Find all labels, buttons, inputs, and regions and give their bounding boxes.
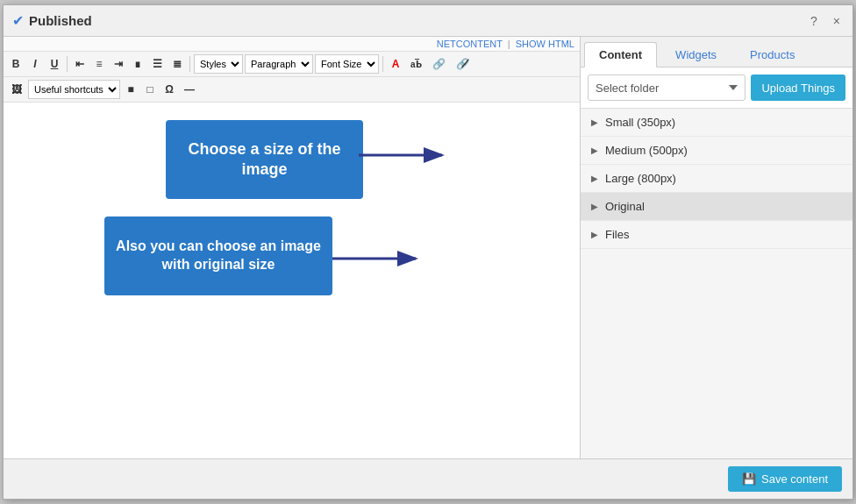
- right-panel: Content Widgets Products Select folder U…: [581, 37, 852, 458]
- list-item[interactable]: ▶ Medium (500px): [581, 137, 852, 165]
- align-left-button[interactable]: ⇤: [71, 55, 89, 73]
- save-icon: 💾: [742, 472, 756, 486]
- modal-title-area: ✔ Published: [12, 12, 92, 29]
- align-center-button[interactable]: ≡: [90, 55, 108, 73]
- item-arrow-icon: ▶: [591, 174, 598, 183]
- link-button[interactable]: 🔗: [428, 55, 450, 73]
- item-label: Small (350px): [605, 116, 675, 129]
- save-content-button[interactable]: 💾 Save content: [728, 466, 842, 492]
- folder-select[interactable]: Select folder: [588, 75, 745, 101]
- item-arrow-icon: ▶: [591, 202, 598, 211]
- list-item[interactable]: ▶ Files: [581, 221, 852, 249]
- arrow-1-svg: [359, 138, 455, 173]
- annotation-box-2: Also you can choose an image with origin…: [104, 217, 332, 295]
- list-item[interactable]: ▶ Large (800px): [581, 165, 852, 193]
- toolbar-row1: B I U ⇤ ≡ ⇥ ∎ ☰ ≣ Styles Paragraph: [4, 52, 580, 77]
- save-label: Save content: [761, 472, 828, 486]
- editor-area: NETCONTENT | SHOW HTML B I U ⇤ ≡ ⇥ ∎ ☰ ≣…: [4, 37, 581, 458]
- file-list: ▶ Small (350px) ▶ Medium (500px) ▶ Large…: [581, 109, 852, 458]
- item-arrow-icon: ▶: [591, 117, 598, 127]
- paragraph-select[interactable]: Paragraph: [245, 54, 313, 74]
- align-justify-button[interactable]: ∎: [129, 55, 146, 73]
- toolbar-separator-2: [189, 56, 190, 72]
- editor-top-bar: NETCONTENT | SHOW HTML: [4, 37, 580, 52]
- tab-content[interactable]: Content: [584, 42, 657, 67]
- image-insert-button[interactable]: 🖼: [7, 81, 26, 98]
- font-size-select[interactable]: Font Size: [315, 54, 379, 74]
- netcontent-link[interactable]: NETCONTENT: [437, 39, 503, 49]
- item-label: Large (800px): [605, 172, 676, 185]
- italic-button[interactable]: I: [26, 55, 44, 73]
- list-ol-button[interactable]: ≣: [168, 55, 186, 73]
- unlink-button[interactable]: 🔗̸: [452, 55, 474, 73]
- toolbar-separator-3: [382, 56, 383, 72]
- modal-title: Published: [29, 13, 92, 28]
- help-button[interactable]: ?: [807, 12, 821, 30]
- styles-select[interactable]: Styles: [194, 54, 243, 74]
- list-item[interactable]: ▶ Small (350px): [581, 109, 852, 137]
- align-right-button[interactable]: ⇥: [110, 55, 127, 73]
- modal-body: NETCONTENT | SHOW HTML B I U ⇤ ≡ ⇥ ∎ ☰ ≣…: [4, 37, 852, 458]
- modal-header-actions: ? ×: [807, 12, 844, 30]
- close-button[interactable]: ×: [830, 12, 844, 30]
- tabs-row: Content Widgets Products: [581, 37, 852, 67]
- annotation-text-1: Choose a size of the image: [175, 139, 354, 181]
- item-label: Original: [605, 200, 645, 213]
- list-item-original[interactable]: ▶ Original: [581, 193, 852, 221]
- editor-content[interactable]: Choose a size of the image Also you can …: [4, 103, 580, 458]
- modal-footer: 💾 Save content: [4, 458, 852, 499]
- annotation-text-2: Also you can choose an image with origin…: [113, 238, 324, 274]
- item-arrow-icon: ▶: [591, 230, 598, 239]
- arrow-2-svg: [332, 241, 429, 276]
- special-char-button[interactable]: ■: [122, 81, 139, 98]
- underline-button[interactable]: U: [46, 55, 63, 73]
- toolbar-separator-1: [67, 56, 68, 72]
- panel-toolbar: Select folder Upload Things: [581, 67, 852, 109]
- item-label: Medium (500px): [605, 144, 688, 157]
- annotation-box-1: Choose a size of the image: [166, 120, 363, 199]
- modal-window: ✔ Published ? × NETCONTENT | SHOW HTML B…: [3, 4, 853, 500]
- separator: |: [508, 39, 510, 49]
- special-char2-button[interactable]: □: [141, 81, 159, 98]
- tab-widgets[interactable]: Widgets: [660, 42, 731, 67]
- omega-button[interactable]: Ω: [160, 81, 178, 98]
- show-html-link[interactable]: SHOW HTML: [516, 39, 574, 49]
- upload-button[interactable]: Upload Things: [751, 75, 845, 101]
- bold-button[interactable]: B: [7, 55, 25, 73]
- toolbar-row2: 🖼 Useful shortcuts ■ □ Ω —: [4, 77, 580, 103]
- check-icon: ✔: [12, 12, 24, 29]
- tab-products[interactable]: Products: [735, 42, 810, 67]
- highlight-button[interactable]: ab̅: [406, 57, 426, 72]
- dash-label: —: [180, 81, 199, 98]
- modal-header: ✔ Published ? ×: [4, 5, 852, 37]
- item-arrow-icon: ▶: [591, 146, 598, 155]
- shortcuts-select[interactable]: Useful shortcuts: [28, 80, 120, 99]
- list-ul-button[interactable]: ☰: [148, 55, 167, 73]
- item-label: Files: [605, 228, 629, 241]
- font-color-button[interactable]: A: [387, 55, 404, 73]
